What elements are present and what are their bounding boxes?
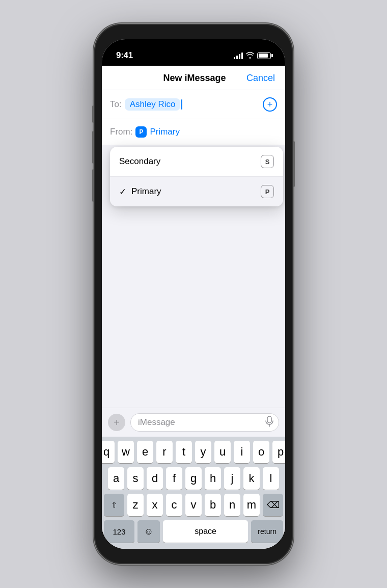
delete-key[interactable]: ⌫ <box>263 494 283 516</box>
signal-bar-2 <box>236 56 238 59</box>
key-d[interactable]: d <box>147 467 163 490</box>
key-h[interactable]: h <box>205 467 221 490</box>
key-i[interactable]: i <box>234 441 250 463</box>
key-v[interactable]: v <box>185 494 202 516</box>
cancel-button[interactable]: Cancel <box>246 73 275 84</box>
nav-bar: New iMessage Cancel <box>102 66 285 90</box>
shift-key[interactable]: ⇧ <box>104 494 124 516</box>
phone-screen: 9:41 <box>102 39 285 549</box>
volume-up-button <box>92 131 94 164</box>
plus-icon: + <box>114 417 120 429</box>
key-q[interactable]: q <box>102 441 115 463</box>
signal-bar-3 <box>239 54 240 59</box>
message-placeholder: iMessage <box>138 417 175 427</box>
svg-rect-0 <box>267 416 271 423</box>
dropdown-item-primary[interactable]: ✓ Primary P <box>110 177 283 206</box>
power-button <box>293 141 295 187</box>
from-field[interactable]: From: P Primary <box>102 119 285 145</box>
key-c[interactable]: c <box>166 494 182 516</box>
recipient-name: Ashley Rico <box>130 99 176 110</box>
key-r[interactable]: r <box>156 441 173 463</box>
battery-icon <box>257 52 271 59</box>
status-icons <box>234 51 271 60</box>
app-content: New iMessage Cancel To: Ashley Rico + Fr… <box>102 66 285 549</box>
key-l[interactable]: l <box>263 467 279 490</box>
keyboard: q w e r t y u i o p a s d f g <box>102 437 285 549</box>
return-key[interactable]: return <box>251 520 283 543</box>
from-value: Primary <box>150 127 180 137</box>
from-badge: P <box>135 126 147 138</box>
add-recipient-button[interactable]: + <box>263 97 277 112</box>
secondary-label: Secondary <box>119 156 261 167</box>
key-k[interactable]: k <box>243 467 260 490</box>
signal-icon <box>234 52 243 59</box>
plus-icon: + <box>267 99 273 110</box>
key-u[interactable]: u <box>214 441 231 463</box>
primary-label: Primary <box>131 186 261 197</box>
to-field[interactable]: To: Ashley Rico + <box>102 90 285 119</box>
input-bar: + iMessage <box>102 408 285 437</box>
key-n[interactable]: n <box>224 494 240 516</box>
key-z[interactable]: z <box>127 494 144 516</box>
phone-frame: 9:41 <box>94 24 293 564</box>
keyboard-row-3: ⇧ z x c v b n m ⌫ <box>104 494 283 516</box>
keyboard-row-4: 123 ☺ space return <box>104 520 283 543</box>
mute-button <box>92 105 94 123</box>
to-label: To: <box>110 99 122 110</box>
status-bar: 9:41 <box>102 39 285 66</box>
account-dropdown: Secondary S ✓ Primary P <box>110 145 277 206</box>
dropdown-menu: Secondary S ✓ Primary P <box>110 147 283 206</box>
dynamic-island <box>161 44 226 63</box>
text-cursor <box>181 99 182 110</box>
message-body[interactable] <box>102 206 285 408</box>
key-b[interactable]: b <box>205 494 221 516</box>
keyboard-row-2: a s d f g h j k l <box>104 467 283 490</box>
nav-title: New iMessage <box>143 73 246 84</box>
space-key[interactable]: space <box>163 520 248 543</box>
key-g[interactable]: g <box>185 467 202 490</box>
keyboard-row-1: q w e r t y u i o p <box>104 441 283 463</box>
key-e[interactable]: e <box>137 441 153 463</box>
key-j[interactable]: j <box>224 467 240 490</box>
key-t[interactable]: t <box>176 441 192 463</box>
checkmark-icon: ✓ <box>119 186 126 197</box>
key-m[interactable]: m <box>243 494 260 516</box>
wifi-icon <box>246 51 254 60</box>
message-input[interactable]: iMessage <box>130 413 279 432</box>
signal-bar-4 <box>241 52 243 59</box>
signal-bar-1 <box>234 57 235 59</box>
key-p[interactable]: p <box>272 441 285 463</box>
key-w[interactable]: w <box>118 441 134 463</box>
numbers-key[interactable]: 123 <box>104 520 134 543</box>
key-x[interactable]: x <box>147 494 163 516</box>
status-time: 9:41 <box>116 50 133 61</box>
key-a[interactable]: a <box>108 467 124 490</box>
microphone-icon <box>265 416 273 429</box>
primary-icon: P <box>261 185 274 198</box>
battery-fill <box>259 54 268 58</box>
attachment-button[interactable]: + <box>108 414 125 431</box>
emoji-key[interactable]: ☺ <box>137 520 160 543</box>
key-o[interactable]: o <box>253 441 269 463</box>
key-f[interactable]: f <box>166 467 182 490</box>
volume-down-button <box>92 169 94 202</box>
dropdown-item-secondary[interactable]: Secondary S <box>110 147 283 177</box>
from-label: From: <box>110 127 132 137</box>
secondary-icon: S <box>261 155 274 168</box>
recipient-chip[interactable]: Ashley Rico <box>125 98 181 111</box>
key-s[interactable]: s <box>127 467 144 490</box>
key-y[interactable]: y <box>195 441 211 463</box>
